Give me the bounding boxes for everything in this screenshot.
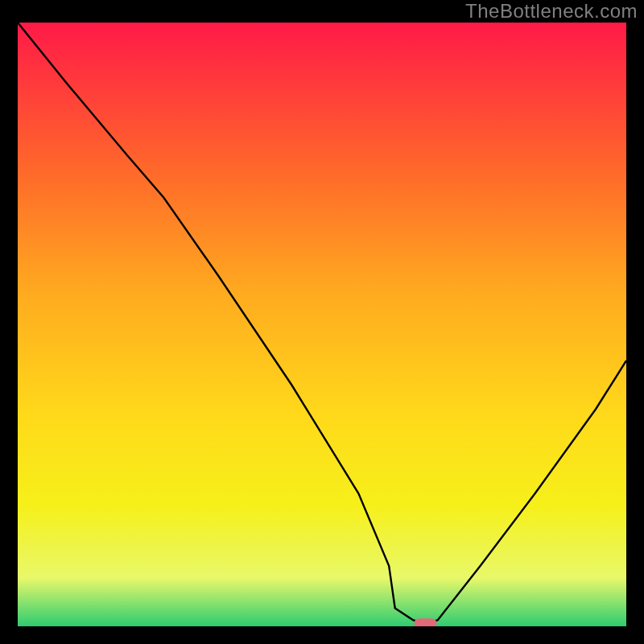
bottleneck-chart-svg	[18, 23, 626, 626]
gradient-background	[18, 23, 626, 626]
chart-container: TheBottleneck.com	[0, 0, 644, 644]
plot-area	[18, 23, 626, 626]
watermark-text: TheBottleneck.com	[465, 0, 638, 23]
optimal-marker	[415, 618, 437, 626]
